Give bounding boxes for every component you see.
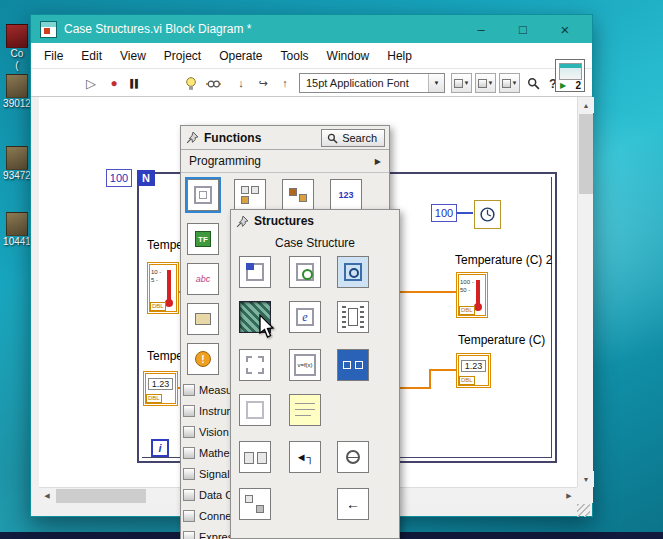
file-icon <box>6 74 28 98</box>
minimize-button[interactable]: – <box>460 16 502 42</box>
align-objects-icon <box>454 79 463 88</box>
step-out-button[interactable]: ↑ <box>275 73 295 93</box>
mouse-cursor <box>258 314 276 340</box>
labview-vi-icon <box>40 21 57 38</box>
search-icon <box>327 133 338 144</box>
numeric-terminal-right[interactable]: 1.23 DBL <box>456 353 491 388</box>
global-variable-icon[interactable] <box>337 441 369 473</box>
search-icon <box>527 77 540 90</box>
horizontal-scroll-thumb[interactable] <box>56 489 146 503</box>
pause-button[interactable]: ▌▌ <box>125 73 145 93</box>
timed-structures-icon[interactable] <box>337 256 369 288</box>
wait-constant[interactable]: 100 <box>431 204 457 222</box>
scroll-left-button[interactable]: ◀ <box>39 488 55 504</box>
run-button[interactable]: ▷ <box>81 73 101 93</box>
diagram-disable-structure-icon[interactable] <box>239 349 271 381</box>
dialog-user-interface-subpalette-icon[interactable]: ! <box>187 343 219 375</box>
palette-search-button[interactable]: Search <box>321 129 385 147</box>
pin-icon[interactable] <box>186 131 199 144</box>
window-count-badge: 2 <box>575 80 581 91</box>
count-terminal[interactable]: N <box>137 170 155 186</box>
numeric-terminal-left[interactable]: 1.23 DBL <box>143 371 178 406</box>
structures-subpalette-icon[interactable] <box>187 179 219 211</box>
while-loop-icon[interactable] <box>289 256 321 288</box>
menu-window[interactable]: Window <box>318 49 379 63</box>
formula-node-icon[interactable]: v=f(x) <box>289 349 321 381</box>
menu-file[interactable]: File <box>35 49 72 63</box>
highlight-execution-button[interactable] <box>181 73 201 93</box>
vertical-scroll-thumb[interactable] <box>579 114 593 194</box>
category-icon <box>183 468 195 480</box>
numeric-value: 1.23 <box>148 378 173 390</box>
boolean-subpalette-icon[interactable]: TF <box>187 223 219 255</box>
reorder-icon <box>502 79 511 88</box>
vertical-scrollbar[interactable]: ▲ ▼ <box>577 97 593 487</box>
in-place-element-structure-icon[interactable] <box>337 349 369 381</box>
temperature-wire-2-end[interactable] <box>431 369 456 371</box>
desktop-icon-label: 10441 <box>0 236 34 248</box>
scroll-up-button[interactable]: ▲ <box>578 97 594 113</box>
desktop-icon-file-3[interactable]: 10441 <box>0 212 34 248</box>
step-over-button[interactable]: ↪ <box>253 73 273 93</box>
programming-category-row[interactable]: Programming ▶ <box>181 150 389 173</box>
numeric-value: 1.23 <box>461 360 486 372</box>
menu-operate[interactable]: Operate <box>210 49 271 63</box>
left-indicator-label-2: Temperature (C) <box>147 349 181 363</box>
window-resize-grip[interactable] <box>577 504 590 517</box>
temperature-wire-2-bend[interactable] <box>429 369 431 389</box>
flat-sequence-icon[interactable] <box>337 301 369 333</box>
dropdown-caret-icon: ▼ <box>512 80 518 86</box>
cluster-class-variant-subpalette-icon[interactable] <box>282 179 314 211</box>
structures-palette-title: Structures <box>254 214 314 228</box>
pin-icon[interactable] <box>236 215 249 228</box>
font-dropdown[interactable]: 15pt Application Font ▼ <box>299 73 445 93</box>
menu-help[interactable]: Help <box>378 49 421 63</box>
maximize-button[interactable]: □ <box>502 16 544 42</box>
wait-ms-function[interactable] <box>473 199 502 230</box>
scroll-down-button[interactable]: ▼ <box>578 471 594 487</box>
lightbulb-icon <box>184 76 198 91</box>
reorder-dropdown[interactable]: ▼ <box>499 73 520 93</box>
desktop-icon-file-2[interactable]: 93472 <box>0 146 34 182</box>
abort-button[interactable]: ● <box>104 73 124 93</box>
menu-project[interactable]: Project <box>155 49 210 63</box>
scrollbar-corner <box>577 487 593 503</box>
menu-tools[interactable]: Tools <box>272 49 318 63</box>
for-loop-icon[interactable] <box>239 256 271 288</box>
close-button[interactable]: × <box>544 16 586 42</box>
align-objects-dropdown[interactable]: ▼ <box>451 73 472 93</box>
search-button[interactable] <box>523 73 543 93</box>
right-indicator-label-1: Temperature (C) 2 <box>455 253 552 267</box>
wait-wire[interactable] <box>457 212 473 214</box>
retain-wire-values-button[interactable] <box>203 73 223 93</box>
menu-edit[interactable]: Edit <box>72 49 111 63</box>
event-structure-icon[interactable]: e <box>289 301 321 333</box>
desktop-icon-app[interactable]: Co ( <box>0 24 34 72</box>
hovered-item-label: Case Structure <box>231 236 399 250</box>
conditional-disable-structure-icon[interactable] <box>239 394 271 426</box>
menu-view[interactable]: View <box>111 49 155 63</box>
loop-count-constant[interactable]: 100 <box>106 169 132 187</box>
desktop-icon-file-1[interactable]: 39012 <box>0 74 34 110</box>
feedback-node-icon[interactable]: ◄┐ <box>289 441 321 473</box>
thermometer-terminal-right[interactable]: 100 - 50 - DBL <box>456 272 488 318</box>
numeric-subpalette-icon[interactable]: 123 <box>330 179 362 211</box>
titlebar[interactable]: Case Structures.vi Block Diagram * – □ × <box>31 15 592 43</box>
scroll-right-button[interactable]: ▶ <box>561 488 577 504</box>
mini-run-icon: ▶ <box>560 81 566 90</box>
timed-sequence-icon[interactable] <box>239 441 271 473</box>
desktop: Co ( 39012 93472 10441 Case Structures.v… <box>0 0 663 539</box>
string-subpalette-icon[interactable]: abc <box>187 263 219 295</box>
front-panel-switcher[interactable]: ▶ 2 <box>555 59 585 92</box>
array-subpalette-icon[interactable] <box>234 179 266 211</box>
step-into-button[interactable]: ↓ <box>231 73 251 93</box>
iteration-terminal[interactable]: i <box>151 439 169 457</box>
file-io-subpalette-icon[interactable] <box>187 303 219 335</box>
comment-icon[interactable] <box>289 394 321 426</box>
file-icon <box>6 212 28 236</box>
distribute-objects-dropdown[interactable]: ▼ <box>475 73 496 93</box>
decorations-icon[interactable] <box>239 488 271 520</box>
thermometer-terminal-left[interactable]: 10 - 5 - DBL <box>147 262 179 314</box>
wire-arrow-icon[interactable]: ← <box>337 488 369 520</box>
category-icon <box>183 489 195 501</box>
